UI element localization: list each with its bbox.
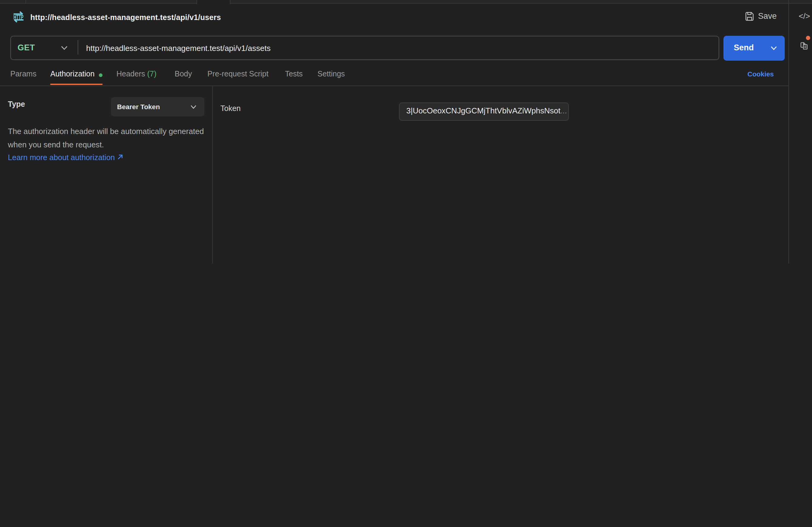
svg-text:HTTP: HTTP [13, 14, 23, 21]
